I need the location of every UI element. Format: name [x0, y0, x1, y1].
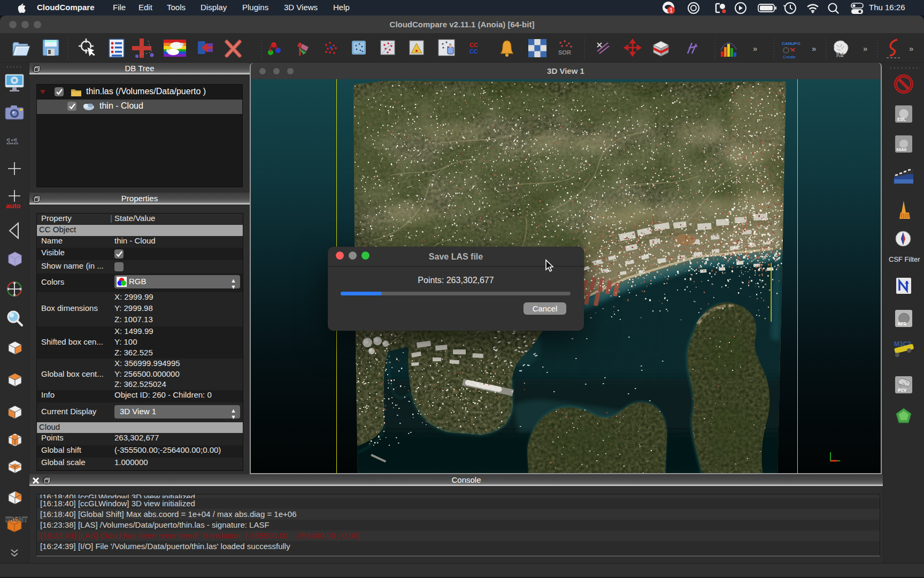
svg-text:auto: auto: [6, 202, 21, 210]
svg-text:SSAO: SSAO: [896, 147, 906, 152]
svg-text:CSF Filter: CSF Filter: [889, 255, 920, 263]
svg-text:1:1: 1:1: [6, 136, 18, 146]
svg-text:1: 1: [669, 7, 673, 13]
svg-text:PCV: PCV: [898, 388, 907, 393]
svg-text:EDL: EDL: [897, 117, 906, 123]
svg-text:SOR: SOR: [558, 49, 571, 56]
svg-text:HPR: HPR: [898, 322, 907, 327]
svg-text:Kd: Kd: [836, 52, 843, 58]
svg-text:FRONT: FRONT: [5, 516, 28, 523]
svg-text:CC: CC: [469, 42, 478, 48]
svg-text:»: »: [909, 44, 913, 53]
svg-text:Create: Create: [783, 55, 796, 59]
svg-text:CC: CC: [469, 48, 478, 55]
svg-text:»: »: [812, 44, 816, 53]
svg-text:»: »: [753, 44, 757, 53]
svg-text:»: »: [863, 44, 867, 53]
svg-text:CANUPO: CANUPO: [782, 41, 800, 46]
